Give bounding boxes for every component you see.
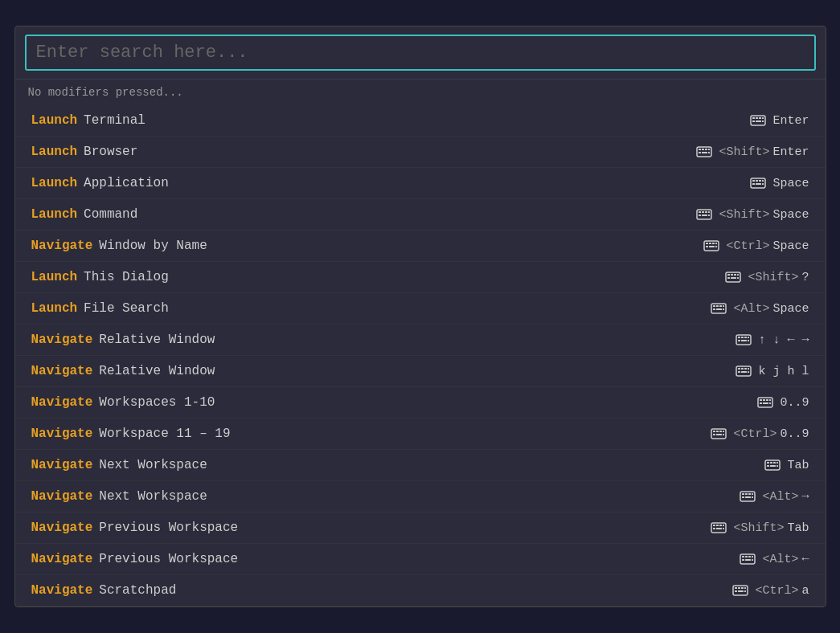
svg-rect-4 xyxy=(762,117,764,119)
svg-rect-6 xyxy=(756,120,761,122)
item-target: Relative Window xyxy=(99,364,215,378)
svg-rect-53 xyxy=(713,308,715,310)
item-action: Launch xyxy=(31,113,78,128)
svg-rect-49 xyxy=(713,305,715,307)
keyboard-icon xyxy=(750,115,766,126)
keyboard-icon xyxy=(703,240,719,251)
svg-rect-74 xyxy=(763,399,765,401)
shortcut-key: Space xyxy=(772,302,809,316)
svg-rect-98 xyxy=(745,493,748,495)
svg-rect-111 xyxy=(723,528,724,529)
item-action: Navigate xyxy=(31,239,93,253)
svg-rect-79 xyxy=(769,402,771,404)
svg-rect-10 xyxy=(702,149,704,150)
shortcut-modifier: <Ctrl> xyxy=(726,239,769,253)
svg-rect-63 xyxy=(748,340,749,341)
list-item[interactable]: LaunchCommand <Shift>Space xyxy=(15,199,826,231)
svg-rect-67 xyxy=(744,368,747,370)
svg-rect-126 xyxy=(738,590,744,592)
list-item[interactable]: LaunchTerminal Enter xyxy=(15,105,826,137)
svg-rect-15 xyxy=(708,152,710,153)
shortcut-modifier: <Alt> xyxy=(762,553,798,566)
svg-rect-124 xyxy=(744,587,746,589)
item-target: This Dialog xyxy=(84,270,169,284)
svg-rect-70 xyxy=(741,371,747,373)
svg-rect-84 xyxy=(723,431,724,432)
list-item[interactable]: NavigateWorkspace 11 – 19 <Ctrl>0..9 xyxy=(15,419,826,450)
svg-rect-113 xyxy=(742,556,744,557)
list-item[interactable]: NavigatePrevious Workspace <Alt>← xyxy=(15,544,826,575)
shortcut-modifier: <Ctrl> xyxy=(755,584,798,598)
svg-rect-44 xyxy=(737,274,739,276)
svg-rect-3 xyxy=(759,117,761,119)
svg-rect-27 xyxy=(705,211,707,213)
item-target: File Search xyxy=(84,301,169,316)
list-item[interactable]: NavigateNext Workspace <Alt>→ xyxy=(15,481,826,513)
item-shortcut: <Shift>Space xyxy=(696,208,809,222)
item-shortcut: <Shift>Tab xyxy=(711,521,809,535)
item-target: Scratchpad xyxy=(99,583,176,598)
item-action: Navigate xyxy=(31,333,93,347)
svg-rect-94 xyxy=(770,465,776,467)
svg-rect-91 xyxy=(773,462,776,464)
list-item[interactable]: LaunchBrowser <Shift>Enter xyxy=(15,137,826,168)
item-action: Navigate xyxy=(31,364,93,378)
svg-rect-41 xyxy=(727,274,730,276)
list-item[interactable]: NavigateScratchpad <Ctrl>a xyxy=(15,575,826,606)
shortcut-key: 0..9 xyxy=(780,396,809,410)
item-shortcut: <Shift>Enter xyxy=(696,145,809,159)
svg-rect-19 xyxy=(759,180,761,182)
list-item[interactable]: LaunchFile Search <Alt>Space xyxy=(15,293,826,325)
list-item[interactable]: NavigateRelative Window k j h l xyxy=(15,356,826,387)
list-item[interactable]: NavigateWindow by Name <Ctrl>Space xyxy=(15,231,826,262)
svg-rect-114 xyxy=(745,556,748,557)
keyboard-icon xyxy=(696,209,712,220)
svg-rect-21 xyxy=(752,183,755,185)
svg-rect-29 xyxy=(699,214,701,216)
item-action: Navigate xyxy=(31,489,93,504)
item-target: Previous Workspace xyxy=(99,552,238,566)
list-item[interactable]: LaunchThis Dialog <Shift>? xyxy=(15,262,826,293)
search-input[interactable] xyxy=(25,35,816,71)
item-action: Navigate xyxy=(31,521,93,535)
list-item[interactable]: NavigateWorkspaces 1-10 0..9 xyxy=(15,387,826,419)
keyboard-icon xyxy=(711,522,727,533)
svg-rect-75 xyxy=(766,399,768,401)
item-shortcut: 0..9 xyxy=(757,396,809,410)
svg-rect-87 xyxy=(723,434,724,435)
shortcut-key: k j h l xyxy=(758,365,809,378)
list-item[interactable]: NavigateNext Workspace Tab xyxy=(15,450,826,481)
item-target: Relative Window xyxy=(99,333,215,347)
svg-rect-89 xyxy=(767,462,769,464)
svg-rect-55 xyxy=(723,308,724,310)
svg-rect-58 xyxy=(741,337,744,338)
svg-rect-37 xyxy=(706,246,708,247)
svg-rect-125 xyxy=(735,590,737,592)
item-shortcut: Tab xyxy=(764,459,809,472)
svg-rect-11 xyxy=(705,149,707,150)
shortcut-key: ↑ ↓ ← → xyxy=(758,333,809,347)
svg-rect-69 xyxy=(738,371,740,373)
svg-rect-28 xyxy=(708,211,710,213)
svg-rect-45 xyxy=(727,277,730,279)
svg-rect-52 xyxy=(723,305,724,307)
svg-rect-119 xyxy=(752,559,753,561)
svg-rect-117 xyxy=(742,559,744,561)
svg-rect-81 xyxy=(713,431,715,432)
list-item[interactable]: LaunchApplication Space xyxy=(15,168,826,199)
svg-rect-73 xyxy=(760,399,762,401)
svg-rect-76 xyxy=(769,399,771,401)
item-target: Workspaces 1-10 xyxy=(99,395,215,410)
svg-rect-7 xyxy=(762,120,764,122)
svg-rect-78 xyxy=(763,402,768,404)
list-item[interactable]: NavigateRelative Window ↑ ↓ ← → xyxy=(15,325,826,356)
list-item[interactable]: NavigatePrevious Workspace <Shift>Tab xyxy=(15,513,826,544)
svg-rect-83 xyxy=(719,431,722,432)
svg-rect-43 xyxy=(734,274,736,276)
svg-rect-35 xyxy=(712,243,715,244)
svg-rect-13 xyxy=(699,152,701,153)
svg-rect-38 xyxy=(709,246,715,247)
svg-rect-17 xyxy=(752,180,755,182)
item-shortcut: <Alt>→ xyxy=(740,490,809,504)
svg-rect-103 xyxy=(752,496,753,498)
